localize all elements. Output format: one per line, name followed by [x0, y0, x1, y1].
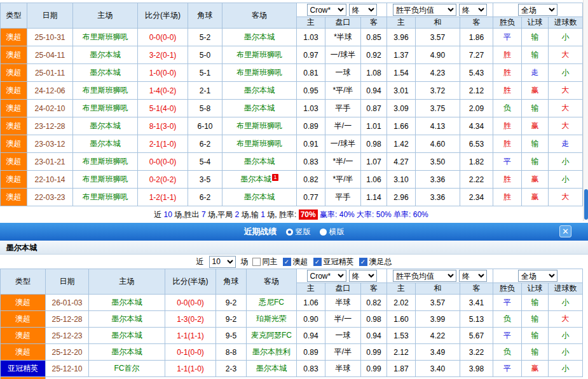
recent-col-header-corner: 角球	[216, 269, 247, 295]
home-team-cell[interactable]: 墨尔本城	[73, 64, 138, 82]
result-cell: 平	[493, 361, 522, 377]
league-cell[interactable]: 澳超	[1, 46, 27, 64]
league-cell[interactable]: 澳超	[1, 117, 27, 135]
away-team-cell[interactable]: 墨尔本城1	[222, 171, 297, 189]
filter-option-label: 澳足总	[369, 256, 392, 267]
corner-cell: 6-2	[188, 189, 222, 206]
away-team-cell[interactable]: 麦克阿瑟FC	[247, 328, 297, 344]
away-team-cell[interactable]: 布里斯班狮吼	[222, 46, 297, 64]
away-team-cell[interactable]: 珀斯光荣	[247, 311, 297, 328]
away-team-cell[interactable]: 墨尔本胜利	[247, 344, 297, 361]
home-team-cell[interactable]: 布里斯班狮吼	[73, 82, 138, 100]
home-team-cell[interactable]: 布里斯班狮吼	[73, 189, 138, 206]
h2h-col-header-home-odds: 主	[297, 17, 325, 29]
away-team-cell[interactable]: 墨尔本城	[222, 29, 297, 46]
recent-col-header-handicap: 盘口	[325, 283, 361, 295]
team-name: 墨尔本城	[6, 243, 37, 252]
league-cell[interactable]: 澳超	[1, 135, 27, 153]
filter-option-1[interactable]: ✓澳超	[283, 256, 308, 267]
recent-scope-select[interactable]: 全场	[518, 270, 557, 282]
away-team-cell[interactable]: 布里斯班狮吼	[222, 64, 297, 82]
home-odds-cell: 1.03	[297, 29, 325, 46]
league-cell[interactable]: 澳超	[1, 311, 46, 328]
corner-cell: 9-5	[216, 328, 247, 344]
filter-suffix-label: 场	[241, 256, 249, 267]
home-team-cell[interactable]: 墨尔本城	[73, 117, 138, 135]
home-team-cell[interactable]: 墨尔本城	[73, 135, 138, 153]
away-team-cell[interactable]: 墨尔本城	[222, 189, 297, 206]
match-count-select[interactable]: 10	[209, 256, 236, 268]
filter-option-0[interactable]: 同主	[252, 256, 278, 267]
filter-bar: 近 10 场 同主✓澳超✓亚冠精英✓澳足总	[0, 255, 588, 269]
h2h-avg-odds-group: 胜平负均值终	[387, 3, 493, 17]
h2h-final-select[interactable]: 终	[349, 4, 377, 16]
recent-final-select[interactable]: 终	[349, 270, 377, 282]
avg-win-cell: 1.60	[387, 311, 416, 328]
avg-lose-cell: 2.22	[460, 171, 493, 189]
h2h-scope-group: 全场	[493, 3, 583, 17]
layout-option-0[interactable]: 竖版	[286, 227, 311, 237]
away-odds-cell: 0.94	[361, 328, 387, 344]
home-team-cell[interactable]: 布里斯班狮吼	[73, 100, 138, 117]
home-team-cell[interactable]: 布里斯班狮吼	[73, 153, 138, 171]
match-row: 澳超23-01-21布里斯班狮吼0-0(0-0)5-4墨尔本城0.83*半/一1…	[1, 153, 583, 171]
recent-avg-select[interactable]: 胜平负均值	[393, 270, 456, 282]
h2h-final-select-2[interactable]: 终	[459, 4, 487, 16]
away-team-cell[interactable]: 墨尔本城	[222, 100, 297, 117]
league-cell[interactable]: 澳超	[1, 29, 27, 46]
league-cell[interactable]: 澳超	[1, 153, 27, 171]
home-team-cell[interactable]: 墨尔本城	[89, 311, 165, 328]
h2h-col-header-avg-win: 主	[387, 17, 416, 29]
home-team-cell[interactable]: 墨尔本城	[89, 295, 165, 311]
league-cell[interactable]: 澳超	[1, 189, 27, 206]
league-cell[interactable]: 澳超	[1, 64, 27, 82]
away-team-cell[interactable]: 墨尔本城	[247, 361, 297, 377]
scrollbar-track[interactable]	[583, 0, 588, 221]
home-team-cell[interactable]: 布里斯班狮吼	[73, 29, 138, 46]
home-team-cell[interactable]: 墨尔本城	[73, 46, 138, 64]
home-odds-cell: 0.83	[297, 153, 325, 171]
filter-option-3[interactable]: ✓澳足总	[359, 256, 392, 267]
home-team-cell[interactable]: 布里斯班狮吼	[73, 171, 138, 189]
league-cell[interactable]: 澳超	[1, 82, 27, 100]
away-odds-cell: 0.98	[361, 135, 387, 153]
h2h-avg-select[interactable]: 胜平负均值	[393, 4, 456, 16]
home-odds-cell: 0.89	[297, 117, 325, 135]
h2h-odds-company-group: Crow*终	[297, 3, 387, 17]
goals-result-cell: 大	[549, 82, 583, 100]
avg-lose-cell: 7.27	[460, 46, 493, 64]
home-team-cell[interactable]: FC首尔	[89, 361, 165, 377]
match-row: 澳超23-03-12墨尔本城2-1(1-0)6-2布里斯班狮吼0.91一/球半0…	[1, 135, 583, 153]
league-cell[interactable]: 澳超	[1, 344, 46, 361]
league-cell[interactable]: 澳超	[1, 100, 27, 117]
away-team-cell[interactable]: 布里斯班狮吼	[222, 117, 297, 135]
h2h-bookmaker-select[interactable]: Crow*	[307, 4, 346, 16]
league-cell[interactable]: 澳超	[1, 328, 46, 344]
away-team-cell[interactable]: 墨尔本城	[222, 82, 297, 100]
handicap-cell: 半球	[325, 361, 361, 377]
layout-option-1[interactable]: 横版	[320, 227, 345, 237]
home-team-cell[interactable]: 墨尔本城	[89, 344, 165, 361]
summary-text: 70%	[299, 209, 318, 220]
handicap-result-cell: 输	[522, 328, 549, 344]
league-cell[interactable]: 亚冠精英	[1, 361, 46, 377]
scrollbar-thumb[interactable]	[584, 189, 588, 220]
goals-result-cell: 小	[549, 344, 583, 361]
checkbox-icon: ✓	[313, 258, 322, 266]
home-team-cell[interactable]: 墨尔本城	[89, 328, 165, 344]
h2h-col-header-date: 日期	[27, 3, 73, 29]
avg-lose-cell: 4.34	[460, 117, 493, 135]
recent-bookmaker-select[interactable]: Crow*	[307, 270, 346, 282]
away-team-cell[interactable]: 布里斯班狮吼	[222, 135, 297, 153]
corner-cell: 5-1	[188, 64, 222, 82]
away-team-cell[interactable]: 墨尔本城	[222, 153, 297, 171]
league-cell[interactable]: 澳超	[1, 295, 46, 311]
h2h-col-header-handicap-result: 让球	[522, 17, 549, 29]
avg-lose-cell: 6.53	[460, 135, 493, 153]
filter-option-2[interactable]: ✓亚冠精英	[313, 256, 354, 267]
recent-final-select-2[interactable]: 终	[459, 270, 487, 282]
close-icon[interactable]: ✕	[559, 225, 571, 237]
away-team-cell[interactable]: 悉尼FC	[247, 295, 297, 311]
h2h-scope-select[interactable]: 全场	[518, 4, 557, 16]
league-cell[interactable]: 澳超	[1, 171, 27, 189]
